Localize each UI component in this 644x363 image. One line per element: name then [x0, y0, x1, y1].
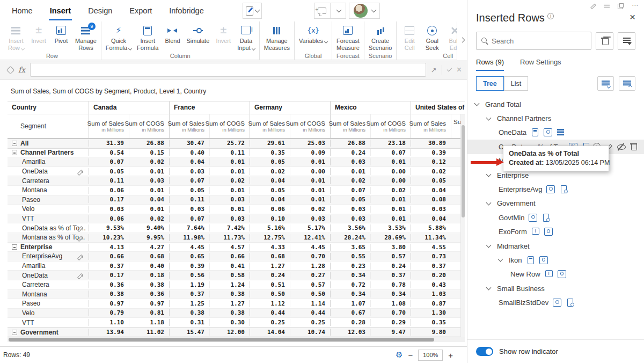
cell-value[interactable]: 0.03 [411, 206, 451, 213]
cell-value[interactable]: 0.34 [370, 291, 411, 297]
cell-value[interactable]: 0.97 [129, 300, 169, 307]
cell-value[interactable]: 0.81 [129, 309, 169, 316]
table-row-velo[interactable]: Velo0.030.010.030.010.060.020.030.010.03 [8, 205, 465, 214]
cell-value[interactable]: 0.31 [169, 319, 209, 326]
table-row-montana[interactable]: Montana0.380.360.370.380.500.500.340.341… [8, 290, 465, 300]
cell-value[interactable]: 0.36 [129, 291, 169, 297]
ribbon-button-data-input[interactable]: DataInput [235, 24, 257, 52]
cell-value[interactable]: 0.02 [250, 168, 290, 175]
collapse-icon[interactable] [12, 330, 17, 335]
cell-value[interactable]: 0.37 [89, 263, 129, 270]
cell-value[interactable]: 0.57 [290, 281, 330, 288]
cell-value[interactable]: 0.07 [330, 187, 370, 194]
cell-value[interactable]: 30.47 [169, 140, 209, 147]
tab-rows-9[interactable]: Rows (9) [476, 58, 504, 71]
cell-value[interactable]: 0.00 [370, 177, 411, 184]
chevron-down-icon[interactable] [486, 172, 492, 177]
cell-value[interactable]: 0.02 [209, 177, 250, 184]
cell-value[interactable]: 0.02 [129, 215, 169, 222]
cell-value[interactable]: 0.29 [370, 319, 411, 326]
cell-value[interactable]: 0.51 [250, 281, 290, 288]
cell-value[interactable]: 4.33 [250, 244, 290, 251]
measure-header[interactable]: Sum of Salesin Millions [411, 114, 451, 138]
cell-value[interactable]: 0.41 [209, 263, 250, 270]
cell-value[interactable]: 0.04 [169, 158, 209, 165]
cell-value[interactable]: 0.38 [169, 309, 209, 316]
search-input[interactable] [492, 37, 586, 45]
cell-value[interactable]: 0.38 [89, 291, 129, 297]
cell-value[interactable]: 0.01 [370, 215, 411, 222]
cell-value[interactable]: 0.05 [169, 187, 209, 194]
cell-value[interactable]: 0.66 [209, 253, 250, 260]
cell-value[interactable]: 0.50 [290, 291, 330, 297]
tab-infobridge[interactable]: Infobridge [168, 2, 205, 20]
cell-value[interactable]: 1.08 [370, 300, 411, 307]
ribbon-button-invert[interactable]: Invert [212, 24, 235, 52]
edit-pencil-icon[interactable] [77, 254, 83, 260]
cell-value[interactable]: 1.12 [250, 300, 290, 307]
view-toggle-list[interactable]: List [504, 76, 528, 91]
table-row-vtt[interactable]: VTT1.101.180.310.300.250.250.280.290.35 [8, 318, 465, 328]
expand-all-button[interactable] [597, 76, 614, 91]
cell-value[interactable]: 4.13 [89, 244, 129, 251]
measure-header[interactable]: Sum of COGSin Millions [209, 114, 250, 138]
cell-value[interactable]: 26.88 [330, 140, 370, 147]
table-row-velo[interactable]: Velo0.790.810.380.380.440.440.670.701.30 [8, 309, 465, 318]
cell-value[interactable]: 0.11 [209, 149, 250, 156]
cell-value[interactable]: 0.02 [290, 206, 330, 213]
cell-value[interactable]: 28.24% [330, 234, 370, 241]
measure-header[interactable]: Sum of COGSin Millions [129, 114, 169, 138]
tree-item-onedata[interactable]: OneData [467, 126, 644, 140]
cell-value[interactable]: 0.24 [330, 149, 370, 156]
cell-value[interactable]: 3.80 [370, 244, 411, 251]
info-icon[interactable]: i [547, 13, 554, 19]
tree-item-new-row[interactable]: New Row [467, 267, 644, 281]
cell-value[interactable]: 0.06 [89, 187, 129, 194]
cell-value[interactable]: 0.68 [129, 253, 169, 260]
cell-value[interactable]: 0.12 [411, 158, 451, 165]
cell-value[interactable]: 0.01 [370, 206, 411, 213]
chevron-down-icon[interactable] [486, 115, 492, 120]
cell-value[interactable]: 0.05 [250, 158, 290, 165]
confirm-formula-icon[interactable] [447, 67, 452, 72]
cancel-formula-icon[interactable]: × [457, 66, 462, 74]
table-row-all[interactable]: All31.3926.8830.4725.7229.6125.0326.8823… [8, 139, 465, 148]
measure-header[interactable]: Sum of COGSin Millions [370, 114, 411, 138]
cell-value[interactable]: 0.18 [129, 272, 169, 279]
cell-value[interactable]: 0.67 [330, 309, 370, 316]
cell-value[interactable]: 4.55 [411, 244, 451, 251]
tree-item-grand-total[interactable]: Grand Total [467, 97, 644, 111]
cell-value[interactable]: 1.10 [89, 319, 129, 326]
cell-value[interactable]: 0.37 [411, 263, 451, 270]
cell-value[interactable]: 0.04 [411, 215, 451, 222]
cell-value[interactable]: 0.39 [411, 149, 451, 156]
cell-value[interactable]: 9.95% [129, 234, 169, 241]
cell-value[interactable]: 0.08 [411, 196, 451, 203]
cell-value[interactable]: 0.25 [250, 319, 290, 326]
horizontal-scrollbar[interactable] [8, 337, 465, 342]
cell-value[interactable]: 14.04 [250, 329, 290, 336]
table-row-amarilla[interactable]: Amarilla0.370.400.390.411.271.280.230.24… [8, 262, 465, 271]
delete-rows-button[interactable] [596, 32, 613, 50]
cell-value[interactable]: 0.00 [370, 168, 411, 175]
tab-design[interactable]: Design [87, 2, 113, 20]
column-header-united-states-of-am[interactable]: United States of Am [411, 101, 465, 114]
cell-value[interactable]: 0.70 [290, 253, 330, 260]
ribbon-button-blend[interactable]: Blend [161, 24, 184, 52]
cell-value[interactable]: 0.15 [129, 149, 169, 156]
cell-value[interactable]: 0.20 [411, 272, 451, 279]
cell-value[interactable]: 0.01 [129, 168, 169, 175]
ribbon-button-goal-seek[interactable]: GoalSeek [421, 24, 443, 52]
cell-value[interactable]: 0.28 [330, 319, 370, 326]
gear-icon[interactable]: ⚙ [396, 350, 402, 360]
zoom-out-button[interactable]: − [408, 351, 413, 360]
cell-value[interactable]: 0.05 [250, 187, 290, 194]
cell-value[interactable]: 0.11 [169, 196, 209, 203]
cell-value[interactable]: 0.37 [370, 272, 411, 279]
cell-value[interactable]: 4.45 [169, 244, 209, 251]
cell-value[interactable]: 0.07 [169, 215, 209, 222]
cell-value[interactable]: 0.03 [209, 215, 250, 222]
cell-value[interactable]: 13.94 [89, 329, 129, 336]
cell-value[interactable]: 0.24 [250, 272, 290, 279]
ribbon-button-manage-measures[interactable]: ManageMeasures [261, 24, 292, 52]
